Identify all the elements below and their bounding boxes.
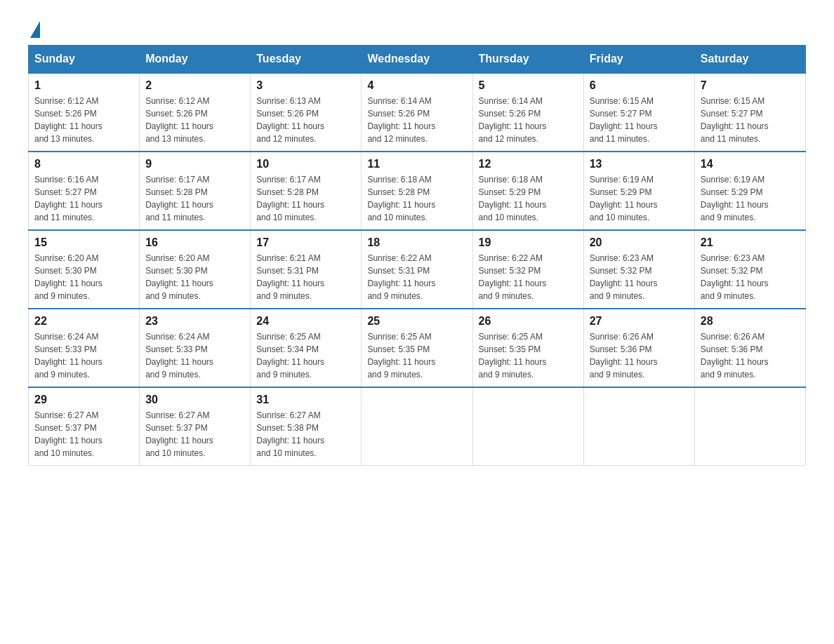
calendar-cell: 20 Sunrise: 6:23 AMSunset: 5:32 PMDaylig… (583, 230, 694, 309)
day-info: Sunrise: 6:23 AMSunset: 5:32 PMDaylight:… (590, 253, 658, 301)
day-info: Sunrise: 6:15 AMSunset: 5:27 PMDaylight:… (590, 96, 658, 144)
day-number: 21 (701, 236, 800, 249)
calendar-cell: 18 Sunrise: 6:22 AMSunset: 5:31 PMDaylig… (362, 230, 472, 309)
day-number: 27 (590, 315, 689, 328)
day-info: Sunrise: 6:27 AMSunset: 5:37 PMDaylight:… (145, 410, 213, 458)
day-number: 5 (479, 79, 578, 92)
day-number: 3 (256, 79, 355, 92)
calendar-cell: 21 Sunrise: 6:23 AMSunset: 5:32 PMDaylig… (694, 230, 805, 309)
day-number: 15 (34, 236, 133, 249)
day-number: 13 (590, 158, 689, 170)
day-number: 8 (34, 158, 133, 170)
day-number: 28 (701, 315, 800, 328)
calendar-cell: 7 Sunrise: 6:15 AMSunset: 5:27 PMDayligh… (694, 73, 805, 152)
calendar-cell: 12 Sunrise: 6:18 AMSunset: 5:29 PMDaylig… (472, 152, 583, 230)
day-info: Sunrise: 6:20 AMSunset: 5:30 PMDaylight:… (34, 253, 102, 301)
day-number: 1 (34, 79, 133, 92)
day-info: Sunrise: 6:18 AMSunset: 5:28 PMDaylight:… (367, 175, 435, 222)
day-number: 23 (145, 315, 244, 328)
calendar-header-row: SundayMondayTuesdayWednesdayThursdayFrid… (29, 46, 806, 74)
calendar-cell: 25 Sunrise: 6:25 AMSunset: 5:35 PMDaylig… (362, 309, 472, 387)
calendar-cell: 26 Sunrise: 6:25 AMSunset: 5:35 PMDaylig… (472, 309, 583, 387)
day-number: 2 (145, 79, 244, 92)
day-info: Sunrise: 6:26 AMSunset: 5:36 PMDaylight:… (701, 332, 769, 380)
day-info: Sunrise: 6:13 AMSunset: 5:26 PMDaylight:… (256, 96, 324, 144)
day-number: 20 (590, 236, 689, 249)
day-info: Sunrise: 6:23 AMSunset: 5:32 PMDaylight:… (701, 253, 769, 301)
calendar-cell: 31 Sunrise: 6:27 AMSunset: 5:38 PMDaylig… (251, 387, 362, 466)
calendar-cell (472, 387, 583, 466)
day-number: 30 (145, 394, 244, 406)
calendar-cell: 17 Sunrise: 6:21 AMSunset: 5:31 PMDaylig… (251, 230, 362, 309)
day-info: Sunrise: 6:25 AMSunset: 5:34 PMDaylight:… (256, 332, 324, 380)
day-number: 26 (479, 315, 578, 328)
day-info: Sunrise: 6:12 AMSunset: 5:26 PMDaylight:… (145, 96, 213, 144)
day-info: Sunrise: 6:16 AMSunset: 5:27 PMDaylight:… (34, 175, 102, 222)
calendar-cell: 23 Sunrise: 6:24 AMSunset: 5:33 PMDaylig… (140, 309, 251, 387)
day-number: 11 (367, 158, 466, 170)
calendar-header-monday: Monday (140, 46, 251, 74)
calendar-week-row: 15 Sunrise: 6:20 AMSunset: 5:30 PMDaylig… (29, 230, 806, 309)
day-number: 19 (479, 236, 578, 249)
calendar-cell: 8 Sunrise: 6:16 AMSunset: 5:27 PMDayligh… (29, 152, 140, 230)
day-info: Sunrise: 6:14 AMSunset: 5:26 PMDaylight:… (479, 96, 547, 144)
day-number: 22 (34, 315, 133, 328)
day-info: Sunrise: 6:12 AMSunset: 5:26 PMDaylight:… (34, 96, 102, 144)
calendar-week-row: 22 Sunrise: 6:24 AMSunset: 5:33 PMDaylig… (29, 309, 806, 387)
day-number: 6 (590, 79, 689, 92)
calendar-cell (694, 387, 805, 466)
day-info: Sunrise: 6:27 AMSunset: 5:37 PMDaylight:… (34, 410, 102, 458)
calendar-week-row: 8 Sunrise: 6:16 AMSunset: 5:27 PMDayligh… (29, 152, 806, 230)
calendar-cell: 4 Sunrise: 6:14 AMSunset: 5:26 PMDayligh… (362, 73, 472, 152)
calendar-week-row: 29 Sunrise: 6:27 AMSunset: 5:37 PMDaylig… (29, 387, 806, 466)
calendar-cell: 16 Sunrise: 6:20 AMSunset: 5:30 PMDaylig… (140, 230, 251, 309)
calendar-week-row: 1 Sunrise: 6:12 AMSunset: 5:26 PMDayligh… (29, 73, 806, 152)
calendar-cell: 28 Sunrise: 6:26 AMSunset: 5:36 PMDaylig… (694, 309, 805, 387)
day-info: Sunrise: 6:22 AMSunset: 5:32 PMDaylight:… (479, 253, 547, 301)
calendar-cell: 3 Sunrise: 6:13 AMSunset: 5:26 PMDayligh… (251, 73, 362, 152)
day-info: Sunrise: 6:17 AMSunset: 5:28 PMDaylight:… (145, 175, 213, 222)
day-info: Sunrise: 6:25 AMSunset: 5:35 PMDaylight:… (367, 332, 435, 380)
calendar-cell: 9 Sunrise: 6:17 AMSunset: 5:28 PMDayligh… (140, 152, 251, 230)
calendar-cell: 14 Sunrise: 6:19 AMSunset: 5:29 PMDaylig… (694, 152, 805, 230)
day-info: Sunrise: 6:25 AMSunset: 5:35 PMDaylight:… (479, 332, 547, 380)
calendar-cell (362, 387, 472, 466)
day-info: Sunrise: 6:17 AMSunset: 5:28 PMDaylight:… (256, 175, 324, 222)
day-info: Sunrise: 6:24 AMSunset: 5:33 PMDaylight:… (145, 332, 213, 380)
day-number: 24 (256, 315, 355, 328)
calendar-table: SundayMondayTuesdayWednesdayThursdayFrid… (28, 45, 806, 466)
day-number: 29 (34, 394, 133, 406)
calendar-cell: 30 Sunrise: 6:27 AMSunset: 5:37 PMDaylig… (140, 387, 251, 466)
calendar-header-thursday: Thursday (472, 46, 583, 74)
calendar-cell: 29 Sunrise: 6:27 AMSunset: 5:37 PMDaylig… (29, 387, 140, 466)
day-info: Sunrise: 6:24 AMSunset: 5:33 PMDaylight:… (34, 332, 102, 380)
day-info: Sunrise: 6:18 AMSunset: 5:29 PMDaylight:… (479, 175, 547, 222)
day-info: Sunrise: 6:26 AMSunset: 5:36 PMDaylight:… (590, 332, 658, 380)
day-info: Sunrise: 6:21 AMSunset: 5:31 PMDaylight:… (256, 253, 324, 301)
day-number: 14 (701, 158, 800, 170)
calendar-cell: 11 Sunrise: 6:18 AMSunset: 5:28 PMDaylig… (362, 152, 472, 230)
day-number: 16 (145, 236, 244, 249)
calendar-header-saturday: Saturday (694, 46, 805, 74)
calendar-cell: 5 Sunrise: 6:14 AMSunset: 5:26 PMDayligh… (472, 73, 583, 152)
calendar-cell: 13 Sunrise: 6:19 AMSunset: 5:29 PMDaylig… (583, 152, 694, 230)
calendar-cell: 2 Sunrise: 6:12 AMSunset: 5:26 PMDayligh… (140, 73, 251, 152)
day-number: 12 (479, 158, 578, 170)
day-number: 17 (256, 236, 355, 249)
calendar-cell: 24 Sunrise: 6:25 AMSunset: 5:34 PMDaylig… (251, 309, 362, 387)
day-number: 18 (367, 236, 466, 249)
calendar-cell: 1 Sunrise: 6:12 AMSunset: 5:26 PMDayligh… (29, 73, 140, 152)
calendar-header-friday: Friday (583, 46, 694, 74)
day-number: 9 (145, 158, 244, 170)
logo-triangle-icon (30, 21, 40, 38)
calendar-cell: 22 Sunrise: 6:24 AMSunset: 5:33 PMDaylig… (29, 309, 140, 387)
calendar-cell: 15 Sunrise: 6:20 AMSunset: 5:30 PMDaylig… (29, 230, 140, 309)
day-number: 31 (256, 394, 355, 406)
day-number: 25 (367, 315, 466, 328)
calendar-cell (583, 387, 694, 466)
day-info: Sunrise: 6:14 AMSunset: 5:26 PMDaylight:… (367, 96, 435, 144)
day-number: 10 (256, 158, 355, 170)
day-info: Sunrise: 6:27 AMSunset: 5:38 PMDaylight:… (256, 410, 324, 458)
day-info: Sunrise: 6:20 AMSunset: 5:30 PMDaylight:… (145, 253, 213, 301)
calendar-cell: 10 Sunrise: 6:17 AMSunset: 5:28 PMDaylig… (251, 152, 362, 230)
